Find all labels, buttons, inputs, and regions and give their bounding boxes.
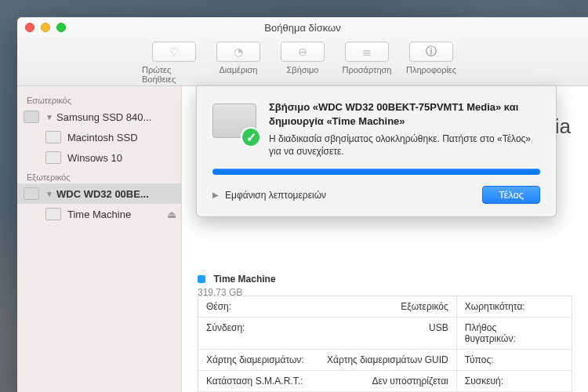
disk-utility-window: Βοήθημα δίσκων ♡ Πρώτες Βοήθειες ◔ Διαμέ… <box>17 17 588 392</box>
info-value: Χάρτης διαμερισμάτων GUID <box>313 350 457 370</box>
toolbar-mount[interactable]: ≣ Προσάρτηση <box>335 42 399 84</box>
info-value <box>556 318 572 349</box>
capacity-color-swatch <box>198 275 205 283</box>
info-value: Δεν υποστηρίζεται <box>313 371 457 391</box>
info-label: Κατάσταση S.M.A.R.T.: <box>198 371 313 391</box>
table-row: Κατάσταση S.M.A.R.T.: Δεν υποστηρίζεται … <box>198 371 572 392</box>
sidebar-volume-winsows[interactable]: Winsows 10 <box>17 147 181 168</box>
capacity-name: Time Machine <box>213 274 275 285</box>
info-label: Τύπος: <box>457 350 556 370</box>
info-value <box>556 296 572 317</box>
toolbar: ♡ Πρώτες Βοήθειες ◔ Διαμέριση ⊖ Σβήσιμο … <box>17 42 588 84</box>
sidebar-item-label: WDC WD32 00BE... <box>56 188 149 200</box>
chevron-right-icon: ▶ <box>212 191 219 199</box>
eject-icon[interactable]: ⏏ <box>167 209 176 220</box>
zoom-icon[interactable] <box>56 23 66 32</box>
sidebar-header-internal: Εσωτερικός <box>17 91 181 107</box>
titlebar: Βοήθημα δίσκων ♡ Πρώτες Βοήθειες ◔ Διαμέ… <box>17 17 588 86</box>
minimize-icon[interactable] <box>41 23 50 32</box>
info-label: Συσκευή: <box>457 371 556 391</box>
disclose-details[interactable]: ▶ Εμφάνιση λεπτομερειών <box>212 190 326 201</box>
sidebar-item-label: Time Machine <box>67 209 131 220</box>
info-table: Θέση: Εξωτερικός Χωρητικότητα: Σύνδεση: … <box>198 296 572 392</box>
sheet-title: Σβήσιμο «WDC WD32 00BEKT-75PVMT1 Media» … <box>269 100 540 128</box>
progress-bar <box>212 169 540 175</box>
info-value <box>556 371 572 391</box>
sheet-header: ✓ Σβήσιμο «WDC WD32 00BEKT-75PVMT1 Media… <box>212 100 540 158</box>
sidebar-item-label: Winsows 10 <box>67 152 122 164</box>
chevron-down-icon[interactable]: ▼ <box>45 190 53 198</box>
mount-icon: ≣ <box>362 45 372 58</box>
capacity-block: Time Machine 319,73 GB <box>198 271 572 298</box>
sidebar-volume-macintosh[interactable]: Macintosh SSD <box>17 127 181 147</box>
sheet-footer: ▶ Εμφάνιση λεπτομερειών Τέλος <box>212 186 540 204</box>
info-value <box>556 350 572 370</box>
window-title: Βοήθημα δίσκων <box>17 17 588 34</box>
sheet-icon: ✓ <box>212 100 258 146</box>
stethoscope-icon: ♡ <box>169 45 180 58</box>
sidebar-header-external: Εξωτερικός <box>17 168 181 183</box>
erase-icon: ⊖ <box>298 45 307 58</box>
done-button[interactable]: Τέλος <box>482 186 540 204</box>
info-label: Σύνδεση: <box>198 318 313 349</box>
capacity-row: Time Machine <box>198 271 572 285</box>
sheet-message: Η διαδικασία σβησίματος ολοκληρώθηκε. Πα… <box>269 132 540 158</box>
sidebar-drive-internal[interactable]: ▼ Samsung SSD 840... <box>17 107 181 127</box>
info-value: Εξωτερικός <box>313 296 457 317</box>
info-label: Χάρτης διαμερισμάτων: <box>198 350 313 370</box>
info-label: Χωρητικότητα: <box>457 296 556 317</box>
sidebar-volume-timemachine[interactable]: Time Machine ⏏ <box>17 204 181 224</box>
chevron-down-icon[interactable]: ▼ <box>45 113 53 122</box>
checkmark-icon: ✓ <box>241 127 261 147</box>
close-icon[interactable] <box>25 23 34 32</box>
info-label: Πλήθος θυγατρικών: <box>457 318 556 349</box>
toolbar-info[interactable]: ⓘ Πληροφορίες <box>399 42 463 84</box>
erase-complete-sheet: ✓ Σβήσιμο «WDC WD32 00BEKT-75PVMT1 Media… <box>196 86 557 217</box>
sidebar-item-label: Samsung SSD 840... <box>56 111 151 123</box>
toolbar-erase[interactable]: ⊖ Σβήσιμο <box>270 42 335 84</box>
sidebar: Εσωτερικός ▼ Samsung SSD 840... Macintos… <box>17 86 182 392</box>
pie-icon: ◔ <box>234 45 243 58</box>
info-icon: ⓘ <box>426 45 437 59</box>
window-controls <box>25 23 66 32</box>
info-label: Θέση: <box>198 296 313 317</box>
table-row: Χάρτης διαμερισμάτων: Χάρτης διαμερισμάτ… <box>198 350 572 371</box>
sidebar-drive-external[interactable]: ▼ WDC WD32 00BE... <box>17 183 181 204</box>
table-row: Θέση: Εξωτερικός Χωρητικότητα: <box>198 296 572 318</box>
table-row: Σύνδεση: USB Πλήθος θυγατρικών: <box>198 318 572 350</box>
toolbar-partition[interactable]: ◔ Διαμέριση <box>206 42 270 84</box>
disclose-label: Εμφάνιση λεπτομερειών <box>225 190 326 201</box>
toolbar-first-aid[interactable]: ♡ Πρώτες Βοήθειες <box>142 42 206 84</box>
info-value: USB <box>313 318 457 349</box>
sidebar-item-label: Macintosh SSD <box>67 132 138 143</box>
